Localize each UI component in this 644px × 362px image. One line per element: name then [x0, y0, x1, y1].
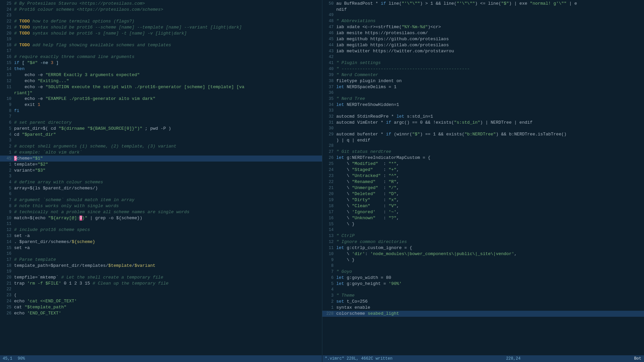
line-row: 11 [0, 221, 322, 227]
line-row: 26let g:NERDTreeIndicatorMapCustom = { [322, 155, 644, 161]
line-row: 7 [0, 114, 322, 120]
line-row: 43iab metwitter https://twitter.com/prot… [322, 48, 644, 54]
line-row: 7" Goyo [322, 269, 644, 275]
line-row: 3 [0, 138, 322, 143]
line-row: 16 \ "Unknown" : "?", [322, 215, 644, 221]
line-row: 16# require exactly three command line a… [0, 54, 322, 60]
line-row: 24 \ "Staged" : "+", [322, 167, 644, 173]
line-row: 13" CtrlP [322, 233, 644, 239]
line-row: 10 \ 'dir': 'node_modules\|bower_compone… [322, 251, 644, 257]
line-row: 36 [322, 90, 644, 96]
line-row: 17 \ 'Ignored' : '~', [322, 209, 644, 215]
line-row: 25# By Protesilaos Stavrou <https://prot… [0, 1, 322, 7]
line-row: 23 [0, 13, 322, 18]
line-row: 9# technically not a problem since all s… [0, 209, 322, 215]
line-row: 25cat "$template_path" [0, 304, 322, 310]
right-status-position: 228,24 [506, 356, 521, 361]
line-row: 18# TODO add help flag showing available… [0, 42, 322, 48]
right-status-mode: Bot [634, 356, 641, 361]
line-row: 12# include prot16 scheme specs [0, 227, 322, 233]
line-row: 20 \ "Deleted" : "D", [322, 191, 644, 197]
line-row: 13 echo -e "ERROR Exactly 3 arguments ex… [0, 72, 322, 78]
line-row: 32autocmd StdinReadPre * let s:std_in=1 [322, 114, 644, 120]
line-row: 3" Theme [322, 293, 644, 299]
editor-container: 25# By Protesilaos Stavrou <https://prot… [0, 0, 644, 355]
line-row: 19 [0, 269, 322, 275]
line-row: 17 [0, 48, 322, 54]
line-row: 14. $parent_dir/schemes/${scheme} [0, 239, 322, 245]
line-row: 41" Plugin settings [322, 60, 644, 66]
line-row: 11let g:ctrlp_custom_ignore = { [322, 245, 644, 251]
line-row: 16 [0, 251, 322, 257]
line-row: 4cd "$parent_dir" [0, 132, 322, 138]
line-row: 12 echo "Exiting..." [0, 78, 322, 84]
right-pane: 50au BufReadPost * if line("'\"\"") > 1 … [322, 0, 644, 355]
left-status-percent: 90% [18, 356, 25, 361]
line-row: ndif [322, 7, 644, 12]
line-row: 21# TODO syntax should be prot16 --schem… [0, 24, 322, 31]
right-status-bar: ".vimrc" 228L, 4662C written 228,24 Bot [322, 355, 644, 362]
line-row: 7# argument `scheme` should match item i… [0, 197, 322, 203]
line-row: riant]" [0, 90, 322, 96]
line-row: 20# TODO syntax should be prot16 -s [nam… [0, 31, 322, 37]
line-row: 40" ------------------------------------… [322, 66, 644, 72]
line-row: 44iab megitlab https://gitlab.com/protes… [322, 42, 644, 48]
line-row: 39" Nerd Commenter [322, 72, 644, 78]
line-row: 37let NERDSpaceDelims = 1 [322, 84, 644, 90]
line-row: 3 [0, 174, 322, 179]
status-bar: 45,1 90% ".vimrc" 228L, 4662C written 22… [0, 355, 644, 362]
line-row: 4 [322, 287, 644, 293]
line-row: 9 \ } [322, 257, 644, 263]
line-row: 5array=$(ls $parent_dir/schemes/) [0, 185, 322, 191]
line-row: 34let NERDTreeShowHidden=1 [322, 102, 644, 108]
left-pane: 25# By Protesilaos Stavrou <https://prot… [0, 0, 322, 355]
line-row: 35" Nerd Tree [322, 96, 644, 102]
line-row: 24# Prot16 colour schemes <https://prote… [0, 7, 322, 13]
line-row: 31autocmd VimEnter * if argc() == 0 && !… [322, 120, 644, 126]
line-row: 42 [322, 54, 644, 60]
line-row: 15if [ "$#" -ne 3 ] [0, 60, 322, 66]
line-row: 6# set parent directory [0, 120, 322, 126]
line-row: 4# define array with colour schemes [0, 179, 322, 185]
line-row: 22# TODO how to define terminal options … [0, 18, 322, 24]
line-row-colorscheme: 228colorscheme seabed_light [322, 311, 644, 317]
line-row: ) | q | endif [322, 137, 644, 143]
line-row: 21 \ "Unmerged" : "/", [322, 185, 644, 191]
line-row: 28 [322, 143, 644, 149]
line-row: 2set t_Co=256 [322, 299, 644, 305]
line-row: 33 [322, 108, 644, 114]
line-row: 18 \ "Clean" : "V", [322, 203, 644, 209]
line-row: 14 [322, 227, 644, 233]
right-code-area[interactable]: 50au BufReadPost * if line("'\"\"") > 1 … [322, 1, 644, 355]
line-row-highlighted: 45$cheme="$1" [0, 156, 322, 162]
line-row: 38filetype plugin indent on [322, 78, 644, 84]
line-row: 27" Git status nerdtree [322, 149, 644, 155]
line-row: 45iab megithub https://github.com/protes… [322, 36, 644, 42]
line-row: 15 \ } [322, 221, 644, 227]
line-row: 8fi [0, 108, 322, 114]
line-row: 49 [322, 12, 644, 18]
line-row: 1# example: `alto vim dark` [0, 149, 322, 156]
line-row: 23( [0, 292, 322, 298]
line-row: 22 [0, 287, 322, 292]
line-row: 6let g:goyo_width = 80 [322, 275, 644, 281]
line-row: 29autocmd bufenter * if (winnr("$") == 1… [322, 131, 644, 137]
line-row: 15set +a [0, 245, 322, 251]
line-row: 22 \ "Renamed" : "R", [322, 179, 644, 185]
line-row: 46iab mesite https://protesilaos.com/ [322, 30, 644, 36]
line-row: 5parent_dir=$( cd "$(dirname "${BASH_SOU… [0, 126, 322, 132]
line-row: 18template_path=$parent_dir/templates/$t… [0, 263, 322, 269]
right-status-file: ".vimrc" 228L, 4662C written [325, 356, 393, 361]
line-row: 2# accept shell arguments (1) scheme, (2… [0, 143, 322, 149]
line-row: 5let g:goyo_height = '90%' [322, 281, 644, 287]
line-row: 21trap 'rm -f $FILE' 0 1 2 3 15 # Clean … [0, 281, 322, 287]
line-row: 20tempfile=`mktemp` # Let the shell crea… [0, 275, 322, 281]
line-row: 23 \ "Untracked" : "^", [322, 173, 644, 179]
line-row: 17# Parse template [0, 257, 322, 263]
line-row: 30 [322, 126, 644, 131]
left-status-position: 45,1 [3, 356, 12, 361]
line-row: 10match=$(echo "${array[@]:0}" | grep -o… [0, 215, 322, 221]
line-row: 24echo 'cat <<END_OF_TEXT' [0, 298, 322, 304]
line-row: 50au BufReadPost * if line("'\"\"") > 1 … [322, 1, 644, 7]
left-code-area[interactable]: 25# By Protesilaos Stavrou <https://prot… [0, 1, 322, 355]
